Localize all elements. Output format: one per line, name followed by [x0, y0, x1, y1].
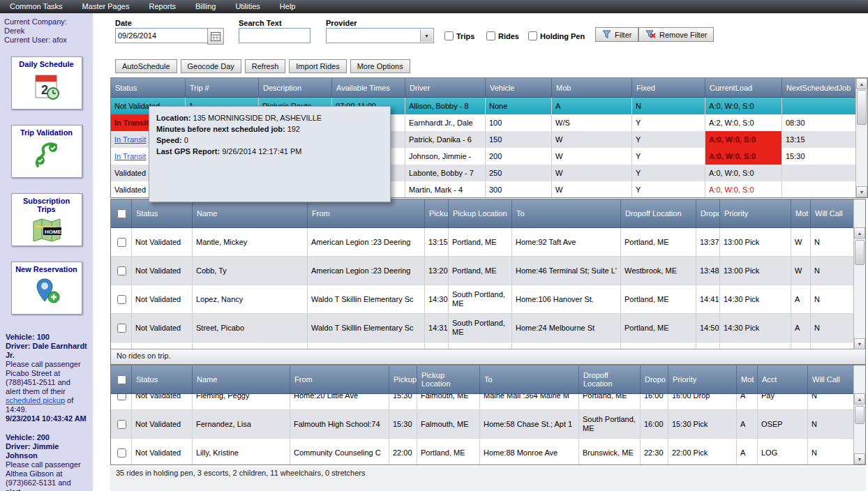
table-row[interactable]: Not ValidatedCobb, TyAmerican Legion :23… — [111, 257, 855, 285]
column-header[interactable]: From — [290, 365, 389, 393]
date-input[interactable] — [115, 28, 208, 43]
column-header[interactable]: Trip # — [186, 78, 259, 97]
row-checkbox[interactable] — [117, 448, 126, 458]
scrollbar-thumb[interactable] — [855, 240, 865, 265]
column-header[interactable]: Description — [259, 78, 332, 97]
scroll-down-icon[interactable]: ▼ — [854, 453, 865, 464]
autoschedule-button[interactable]: AutoSchedule — [115, 59, 177, 73]
scroll-up-icon[interactable]: ▲ — [854, 393, 865, 405]
column-header[interactable]: Pickup — [389, 365, 417, 393]
select-all-checkbox-cell — [111, 199, 132, 227]
select-all-checkbox[interactable] — [117, 209, 126, 218]
scheduled-pickup-link[interactable]: scheduled pickup — [6, 396, 65, 405]
row-checkbox[interactable] — [117, 420, 126, 429]
rides-scrollbar[interactable]: ▲ ▼ — [853, 199, 865, 349]
cell: 15:30 Pick — [668, 410, 737, 438]
sidebar-item-new-reservation[interactable]: New Reservation — [11, 262, 82, 315]
table-row[interactable]: Not ValidatedFleming, PeggyHome:20 Littl… — [111, 394, 855, 410]
column-header[interactable]: From — [308, 199, 425, 227]
table-row[interactable]: Not ValidatedLopez, NancyWaldo T Skillin… — [111, 285, 855, 314]
sidebar-item-daily-schedule[interactable]: Daily Schedule 2 — [11, 56, 82, 109]
menu-common-tasks[interactable]: Common Tasks — [0, 0, 73, 13]
cell: Home:58 Chase St.; Apt 1 — [480, 410, 579, 438]
search-input[interactable] — [239, 28, 310, 43]
column-header[interactable]: Priority — [720, 199, 791, 227]
rides-table-panel: StatusNameFromPickupPickup LocationToDro… — [110, 199, 866, 365]
column-header[interactable]: Pickup Location — [449, 199, 512, 227]
scroll-up-icon[interactable]: ▲ — [856, 78, 867, 89]
column-header[interactable]: Pickup — [425, 199, 449, 227]
table-row[interactable]: Not ValidatedLilly, KristineCommunity Co… — [111, 439, 855, 465]
no-rides-statusbar: No rides on trip. — [111, 349, 865, 364]
column-header[interactable]: Mob — [552, 78, 632, 97]
column-header[interactable]: Name — [193, 365, 290, 393]
column-header[interactable]: NextScheduledJob — [782, 78, 858, 97]
column-header[interactable]: Dropoff Location — [579, 365, 641, 393]
cell: Martin, Mark - 4 — [405, 181, 486, 198]
select-all-checkbox[interactable] — [117, 375, 126, 384]
column-header[interactable]: Status — [132, 199, 193, 227]
cell: Portland, ME — [621, 285, 696, 313]
remove-filter-button[interactable]: Remove Filter — [638, 27, 714, 42]
menu-billing[interactable]: Billing — [186, 0, 225, 13]
column-header[interactable]: To — [480, 365, 579, 393]
column-header[interactable]: Fixed — [632, 78, 705, 97]
table-row[interactable]: Not ValidatedMantle, MickeyAmerican Legi… — [111, 228, 855, 257]
row-checkbox[interactable] — [117, 394, 126, 400]
column-header[interactable]: Dropoff Location — [621, 199, 696, 227]
cell: Portland, ME — [449, 257, 512, 285]
filter-button[interactable]: Filter — [595, 27, 638, 42]
table-row[interactable]: Not ValidatedFernandez, LisaFalmouth Hig… — [111, 410, 855, 439]
column-header[interactable]: Vehicle — [486, 78, 552, 97]
geocode-day-button[interactable]: Geocode Day — [181, 59, 241, 73]
scrollbar-thumb[interactable] — [857, 90, 867, 125]
menu-help[interactable]: Help — [270, 0, 306, 13]
trips-scrollbar[interactable]: ▲ ▼ — [855, 78, 867, 197]
trips-checkbox[interactable] — [444, 31, 454, 40]
menu-utilities[interactable]: Utilities — [225, 0, 269, 13]
more-options-button[interactable]: More Options — [350, 59, 410, 73]
scroll-down-icon[interactable]: ▼ — [854, 338, 865, 349]
row-checkbox[interactable] — [117, 295, 126, 304]
scroll-up-icon[interactable]: ▲ — [854, 227, 865, 239]
column-header[interactable]: Dropo — [641, 365, 668, 393]
holding-pen-table-panel: StatusNameFromPickupPickup LocationToDro… — [110, 365, 866, 465]
menu-master-pages[interactable]: Master Pages — [73, 0, 140, 13]
column-header[interactable]: Status — [132, 365, 193, 393]
chevron-down-icon[interactable]: ▼ — [420, 29, 433, 42]
column-header[interactable]: Acct — [758, 365, 808, 393]
sidebar-item-trip-validation[interactable]: Trip Validation — [11, 125, 82, 178]
row-checkbox[interactable] — [117, 266, 126, 275]
refresh-button[interactable]: Refresh — [245, 59, 286, 73]
rides-checkbox[interactable] — [486, 31, 495, 40]
cell: Not Validated — [132, 410, 193, 438]
column-header[interactable]: Pickup Location — [417, 365, 480, 393]
holding-scrollbar[interactable]: ▲ ▼ — [853, 365, 865, 464]
scroll-down-icon[interactable]: ▼ — [856, 186, 867, 197]
row-checkbox[interactable] — [117, 324, 126, 333]
column-header[interactable]: Dropo — [696, 199, 720, 227]
row-checkbox[interactable] — [117, 238, 126, 247]
sidebar-item-subscription-trips[interactable]: Subscription Trips HOME — [11, 193, 82, 246]
column-header[interactable]: CurrentLoad — [705, 78, 782, 97]
trips-checkbox-label: Trips — [456, 32, 474, 40]
column-header[interactable]: Status — [111, 78, 186, 97]
column-header[interactable]: Driver — [405, 78, 486, 97]
column-header[interactable]: Will Call — [808, 365, 855, 393]
cell: Home:20 Little Ave — [290, 394, 389, 409]
column-header[interactable]: Available Times — [332, 78, 405, 97]
column-header[interactable]: Mot — [791, 199, 811, 227]
holding-pen-checkbox[interactable] — [528, 31, 537, 40]
column-header[interactable]: Name — [193, 199, 308, 227]
scrollbar-thumb[interactable] — [855, 406, 865, 424]
column-header[interactable]: To — [512, 199, 621, 227]
column-header[interactable]: Priority — [668, 365, 737, 393]
cell: Portland, ME — [579, 394, 641, 409]
table-row[interactable]: Not ValidatedStreet, PicaboWaldo T Skill… — [111, 314, 855, 342]
calendar-picker-button[interactable] — [207, 28, 224, 45]
import-rides-button[interactable]: Import Rides — [289, 59, 346, 73]
column-header[interactable]: Will Call — [811, 199, 855, 227]
column-header[interactable]: Mot — [737, 365, 758, 393]
menu-reports[interactable]: Reports — [139, 0, 186, 13]
provider-select[interactable]: ▼ — [326, 28, 434, 43]
